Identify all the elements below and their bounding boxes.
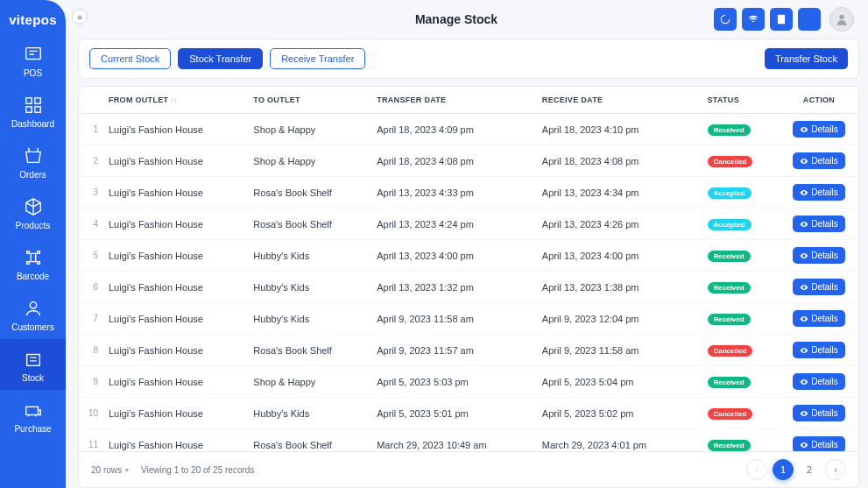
- table-row: 10Luigi's Fashion HouseHubby's KidsApril…: [79, 398, 858, 429]
- svg-rect-4: [34, 107, 39, 112]
- fullscreen-icon[interactable]: [798, 8, 821, 31]
- tabs-card: Current Stock Stock Transfer Receive Tra…: [78, 39, 859, 79]
- col-to-outlet[interactable]: TO OUTLET: [246, 87, 370, 114]
- details-button[interactable]: Details: [793, 152, 845, 169]
- page-1-button[interactable]: 1: [773, 459, 794, 480]
- col-from-outlet[interactable]: FROM OUTLET↑↓: [102, 87, 246, 114]
- cell-status: Received: [701, 429, 780, 452]
- header-actions: [714, 7, 854, 32]
- cell-receive-date: April 18, 2023 4:08 pm: [535, 145, 701, 177]
- cell-receive-date: April 13, 2023 1:38 pm: [535, 272, 701, 303]
- details-button[interactable]: Details: [793, 436, 845, 451]
- cell-transfer-date: April 18, 2023 4:09 pm: [370, 114, 535, 145]
- cell-status: Received: [701, 303, 780, 335]
- status-badge: Cancelled: [708, 408, 753, 420]
- cell-status: Cancelled: [701, 145, 780, 177]
- cell-to-outlet: Hubby's Kids: [246, 272, 370, 303]
- cell-receive-date: April 9, 2023 11:58 am: [535, 335, 701, 366]
- details-button[interactable]: Details: [793, 121, 845, 138]
- table-scroll[interactable]: FROM OUTLET↑↓ TO OUTLET TRANSFER DATE RE…: [79, 87, 858, 451]
- cell-from-outlet: Luigi's Fashion House: [102, 272, 246, 303]
- tab-current-stock[interactable]: Current Stock: [89, 48, 171, 69]
- details-button[interactable]: Details: [793, 342, 845, 358]
- cell-transfer-date: April 13, 2023 4:33 pm: [370, 177, 535, 209]
- table-footer: 20 rows▾ Viewing 1 to 20 of 25 records ‹…: [79, 451, 858, 487]
- col-transfer-date[interactable]: TRANSFER DATE: [370, 87, 535, 114]
- details-button[interactable]: Details: [793, 373, 845, 390]
- table-row: 2Luigi's Fashion HouseShop & HappyApril …: [79, 145, 858, 177]
- cell-status: Received: [701, 272, 780, 303]
- customers-icon: [22, 297, 45, 320]
- svg-rect-7: [25, 407, 38, 414]
- cell-from-outlet: Luigi's Fashion House: [102, 177, 246, 209]
- cell-receive-date: April 13, 2023 4:26 pm: [535, 209, 701, 240]
- svg-rect-2: [34, 98, 39, 103]
- nav-barcode[interactable]: Barcode: [0, 237, 66, 288]
- details-button[interactable]: Details: [793, 184, 845, 201]
- cell-status: Received: [701, 240, 780, 272]
- cell-transfer-date: March 29, 2023 10:49 am: [370, 429, 535, 452]
- table-row: 6Luigi's Fashion HouseHubby's KidsApril …: [79, 272, 858, 303]
- transfer-stock-button[interactable]: Transfer Stock: [765, 48, 848, 69]
- status-badge: Received: [708, 282, 751, 294]
- tab-receive-transfer[interactable]: Receive Transfer: [270, 48, 365, 69]
- cell-receive-date: April 13, 2023 4:00 pm: [535, 240, 701, 272]
- status-badge: Received: [708, 377, 751, 388]
- col-action: ACTION: [780, 87, 858, 114]
- status-badge: Accepted: [708, 187, 752, 199]
- page-next-button[interactable]: ›: [825, 459, 846, 480]
- cell-receive-date: March 29, 2023 4:01 pm: [535, 429, 701, 452]
- details-button[interactable]: Details: [793, 405, 845, 421]
- table-row: 7Luigi's Fashion HouseHubby's KidsApril …: [79, 303, 858, 335]
- details-button[interactable]: Details: [793, 216, 845, 232]
- status-badge: Received: [708, 440, 751, 451]
- nav-stock[interactable]: Stock: [0, 339, 66, 390]
- nav-products[interactable]: Products: [0, 187, 66, 237]
- details-button[interactable]: Details: [793, 247, 845, 264]
- col-status[interactable]: STATUS: [701, 87, 780, 114]
- details-button[interactable]: Details: [793, 310, 845, 327]
- status-badge: Cancelled: [708, 345, 753, 357]
- wifi-icon[interactable]: [742, 8, 765, 31]
- svg-rect-6: [26, 355, 39, 366]
- table-row: 5Luigi's Fashion HouseHubby's KidsApril …: [79, 240, 858, 272]
- details-button[interactable]: Details: [793, 279, 845, 295]
- page-prev-button[interactable]: ‹: [746, 459, 767, 480]
- status-badge: Received: [708, 314, 751, 325]
- cell-to-outlet: Rosa's Book Shelf: [246, 335, 370, 366]
- nav-dashboard[interactable]: Dashboard: [0, 85, 66, 136]
- svg-rect-1: [25, 98, 31, 103]
- cell-status: Accepted: [701, 209, 780, 240]
- status-badge: Cancelled: [708, 156, 753, 167]
- nav-orders[interactable]: Orders: [0, 136, 66, 187]
- sidebar-collapse-button[interactable]: «: [72, 9, 88, 25]
- cell-transfer-date: April 18, 2023 4:08 pm: [370, 145, 535, 177]
- tab-stock-transfer[interactable]: Stock Transfer: [178, 48, 263, 69]
- rows-per-page-select[interactable]: 20 rows▾: [91, 465, 129, 475]
- nav-purchase[interactable]: Purchase: [0, 390, 66, 441]
- svg-rect-0: [25, 48, 40, 60]
- status-badge: Received: [708, 251, 751, 262]
- page-2-button[interactable]: 2: [799, 459, 820, 480]
- avatar[interactable]: [829, 7, 854, 32]
- pos-icon: [22, 43, 45, 66]
- svg-point-10: [839, 15, 843, 19]
- cell-from-outlet: Luigi's Fashion House: [102, 429, 246, 452]
- col-receive-date[interactable]: RECEIVE DATE: [535, 87, 701, 114]
- nav-customers[interactable]: Customers: [0, 288, 66, 339]
- table-row: 11Luigi's Fashion HouseRosa's Book Shelf…: [79, 429, 858, 452]
- cell-to-outlet: Rosa's Book Shelf: [246, 177, 370, 209]
- viewing-label: Viewing 1 to 20 of 25 records: [141, 465, 254, 475]
- status-badge: Received: [708, 124, 751, 136]
- cell-to-outlet: Hubby's Kids: [246, 240, 370, 272]
- cell-to-outlet: Shop & Happy: [246, 145, 370, 177]
- sync-icon[interactable]: [714, 8, 737, 31]
- tabs: Current Stock Stock Transfer Receive Tra…: [89, 48, 365, 69]
- pagination: ‹ 1 2 ›: [746, 459, 846, 480]
- nav-pos[interactable]: POS: [0, 34, 66, 85]
- cell-transfer-date: April 9, 2023 11:58 am: [370, 303, 535, 335]
- header: Manage Stock: [66, 0, 868, 39]
- cell-status: Cancelled: [701, 335, 780, 366]
- calculator-icon[interactable]: [770, 8, 793, 31]
- cell-to-outlet: Shop & Happy: [246, 114, 370, 145]
